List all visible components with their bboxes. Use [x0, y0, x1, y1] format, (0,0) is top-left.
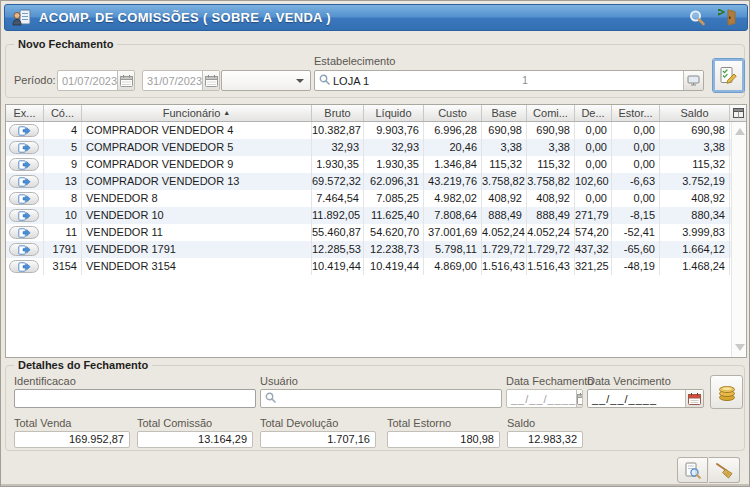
column-header-estorno[interactable]: Estor... — [612, 105, 660, 121]
export-row-button[interactable] — [9, 141, 39, 154]
cell-codigo: 10 — [44, 207, 82, 224]
monitor-icon — [687, 75, 700, 86]
column-header-saldo[interactable]: Saldo — [660, 105, 730, 121]
cell-devolucao: 574,20 — [575, 224, 612, 241]
titlebar: ACOMP. DE COMISSÕES ( SOBRE A VENDA ) — [4, 4, 748, 31]
cell-liquido: 11.625,40 — [364, 207, 424, 224]
cell-base: 1.516,43 — [482, 258, 527, 275]
export-row-button[interactable] — [9, 209, 39, 222]
cell-custo: 4.869,00 — [424, 258, 482, 275]
cell-estorno: 0,00 — [612, 190, 660, 207]
column-header-funcionario[interactable]: Funcionário ▲ — [82, 105, 312, 121]
column-header-custo[interactable]: Custo — [424, 105, 482, 121]
column-header-devolucao[interactable]: De... — [575, 105, 612, 121]
export-row-button[interactable] — [9, 192, 39, 205]
broom-icon — [715, 462, 734, 479]
saldo-label: Saldo — [507, 417, 535, 429]
calendar-red-icon[interactable] — [685, 390, 703, 407]
table-row[interactable]: 8 VENDEDOR 8 7.464,54 7.085,25 4.982,02 … — [6, 190, 746, 207]
cell-base: 4.052,24 — [482, 224, 527, 241]
export-icon — [18, 262, 31, 272]
preview-report-button[interactable] — [677, 457, 708, 483]
periodo-end-value: 31/07/2023 — [143, 75, 202, 87]
export-row-button[interactable] — [9, 243, 39, 256]
export-row-button[interactable] — [9, 175, 39, 188]
export-icon — [18, 211, 31, 221]
group-detalhes-legend: Detalhes do Fechamento — [14, 359, 152, 372]
data-vencimento-field[interactable]: __/__/____ — [587, 389, 704, 408]
export-row-button[interactable] — [9, 158, 39, 171]
column-chooser-button[interactable] — [730, 105, 746, 121]
periodo-start-field[interactable]: 01/07/2023 — [57, 70, 135, 91]
table-row[interactable]: 4 COMPRADOR VENDEDOR 4 10.382,87 9.903,7… — [6, 122, 746, 139]
column-header-base[interactable]: Base — [482, 105, 527, 121]
cell-custo: 4.982,02 — [424, 190, 482, 207]
identificacao-field[interactable] — [14, 389, 256, 408]
edit-commission-button[interactable] — [712, 58, 745, 93]
cell-estorno: -48,19 — [612, 258, 660, 275]
cell-liquido: 32,93 — [364, 139, 424, 156]
scroll-down-icon[interactable] — [735, 344, 745, 351]
cell-liquido: 1.930,35 — [364, 156, 424, 173]
search-icon[interactable] — [688, 9, 706, 27]
table-row[interactable]: 9 COMPRADOR VENDEDOR 9 1.930,35 1.930,35… — [6, 156, 746, 173]
usuario-field[interactable] — [260, 389, 502, 408]
cell-funcionario: COMPRADOR VENDEDOR 9 — [82, 156, 312, 173]
export-row-button[interactable] — [9, 260, 39, 273]
chevron-down-icon — [296, 79, 304, 83]
column-chooser-icon — [733, 108, 744, 118]
calendar-icon[interactable] — [117, 71, 134, 90]
data-fechamento-field[interactable]: __/__/____ — [506, 389, 583, 408]
cell-devolucao: 0,00 — [575, 156, 612, 173]
cell-liquido: 7.085,25 — [364, 190, 424, 207]
search-icon — [265, 392, 276, 405]
cell-funcionario: COMPRADOR VENDEDOR 13 — [82, 173, 312, 190]
calendar-icon[interactable] — [576, 390, 583, 407]
cell-bruto: 10.419,44 — [312, 258, 364, 275]
cell-liquido: 62.096,31 — [364, 173, 424, 190]
edit-icon — [719, 66, 738, 85]
cell-custo: 1.346,84 — [424, 156, 482, 173]
export-row-button[interactable] — [9, 226, 39, 239]
column-header-ex[interactable]: Ex... — [6, 105, 44, 121]
table-row[interactable]: 10 VENDEDOR 10 11.892,05 11.625,40 7.808… — [6, 207, 746, 224]
cell-liquido: 12.238,73 — [364, 241, 424, 258]
cell-liquido: 9.903,76 — [364, 122, 424, 139]
select-establishment-button[interactable] — [683, 71, 703, 90]
cell-saldo: 690,98 — [660, 122, 730, 139]
data-fechamento-value: __/__/____ — [507, 393, 576, 405]
cell-devolucao: 0,00 — [575, 190, 612, 207]
periodo-end-field[interactable]: 31/07/2023 — [142, 70, 220, 91]
table-row[interactable]: 11 VENDEDOR 11 55.460,87 54.620,70 37.00… — [6, 224, 746, 241]
launch-payment-button[interactable] — [710, 375, 743, 409]
tipo-combo[interactable] — [221, 70, 311, 91]
preview-icon — [684, 462, 701, 479]
exit-icon[interactable] — [718, 9, 737, 26]
column-header-bruto[interactable]: Bruto — [312, 105, 364, 121]
cell-devolucao: 0,00 — [575, 122, 612, 139]
total-estorno-label: Total Estorno — [387, 417, 451, 429]
vertical-scrollbar[interactable] — [731, 122, 746, 357]
table-row[interactable]: 1791 VENDEDOR 1791 12.285,53 12.238,73 5… — [6, 241, 746, 258]
calendar-icon[interactable] — [202, 71, 219, 90]
group-novo-fechamento-legend: Novo Fechamento — [14, 38, 117, 51]
table-row[interactable]: 13 COMPRADOR VENDEDOR 13 69.572,32 62.09… — [6, 173, 746, 190]
page-title: ACOMP. DE COMISSÕES ( SOBRE A VENDA ) — [39, 10, 331, 25]
export-icon — [18, 194, 31, 204]
clear-button[interactable] — [709, 457, 740, 483]
column-header-liquido[interactable]: Líquido — [364, 105, 424, 121]
cell-comissao: 408,92 — [527, 190, 575, 207]
cell-comissao: 1.729,72 — [527, 241, 575, 258]
column-header-codigo[interactable]: Có... — [44, 105, 82, 121]
export-row-button[interactable] — [9, 124, 39, 137]
cell-devolucao: 0,00 — [575, 139, 612, 156]
cell-bruto: 1.930,35 — [312, 156, 364, 173]
scroll-up-icon[interactable] — [735, 128, 745, 135]
table-row[interactable]: 3154 VENDEDOR 3154 10.419,44 10.419,44 4… — [6, 258, 746, 275]
column-header-comissao[interactable]: Comi... — [527, 105, 575, 121]
estabelecimento-field[interactable]: LOJA 1 1 — [314, 70, 704, 91]
cell-base: 690,98 — [482, 122, 527, 139]
data-fechamento-label: Data Fechamento — [506, 375, 593, 387]
cell-funcionario: COMPRADOR VENDEDOR 5 — [82, 139, 312, 156]
table-row[interactable]: 5 COMPRADOR VENDEDOR 5 32,93 32,93 20,46… — [6, 139, 746, 156]
